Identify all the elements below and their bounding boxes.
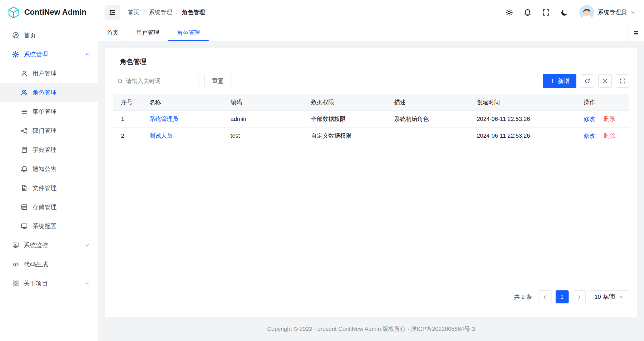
breadcrumb-current: 角色管理 [182,8,205,16]
tab-user-management[interactable]: 用户管理 [127,25,168,41]
sidebar-item-system-management[interactable]: 系统管理 [0,45,98,64]
page-title: 角色管理 [120,57,629,66]
page-1-button[interactable]: 1 [556,290,569,303]
app-logo[interactable]: ContiNew Admin [0,0,98,25]
table-row: 1 系统管理员 admin 全部数据权限 系统初始角色 2024-06-11 2… [113,110,629,127]
sidebar: ContiNew Admin 首页 系统管理 用户管理 角色管理 菜单管理 [0,0,98,341]
col-header-code: 编码 [222,94,303,110]
sidebar-item-home[interactable]: 首页 [0,26,98,45]
fullscreen-button[interactable] [542,9,550,16]
sidebar-item-user-management[interactable]: 用户管理 [0,64,98,83]
bell-icon [524,9,531,16]
tab-role-management[interactable]: 角色管理 [168,25,209,41]
dark-mode-button[interactable] [561,9,568,16]
roles-table: 序号 名称 编码 数据权限 描述 创建时间 操作 1 系统管理员 admin 全… [113,94,629,144]
app-title: ContiNew Admin [24,8,86,17]
breadcrumb-home[interactable]: 首页 [128,8,139,16]
fullscreen-icon [620,78,626,84]
page-size-value: 10 条/页 [595,293,616,301]
col-header-actions: 操作 [576,94,629,110]
cell-scope: 全部数据权限 [303,110,386,127]
edit-link[interactable]: 修改 [584,132,595,139]
reset-button[interactable]: 重置 [204,74,231,88]
table-header-row: 序号 名称 编码 数据权限 描述 创建时间 操作 [113,94,629,110]
refresh-icon [584,78,590,84]
search-icon [117,78,123,84]
prev-page-button[interactable] [539,290,552,303]
chevron-down-icon [630,10,635,15]
user-icon [21,70,28,77]
refresh-button[interactable] [581,74,594,88]
add-button-label: 新增 [558,77,569,85]
chevron-down-icon [85,281,90,286]
sidebar-item-label: 菜单管理 [32,108,90,116]
sidebar-item-role-management[interactable]: 角色管理 [0,83,98,102]
sidebar-item-label: 存储管理 [32,203,90,211]
code-icon [12,261,19,268]
monitor-icon [12,242,19,249]
delete-link[interactable]: 删除 [604,132,615,139]
notifications-button[interactable] [524,9,531,16]
tab-home[interactable]: 首页 [98,25,127,41]
cell-code: admin [222,110,303,127]
page-size-select[interactable]: 10 条/页 [590,290,629,303]
edit-link[interactable]: 修改 [584,116,595,122]
settings-button[interactable] [505,9,513,16]
sidebar-item-notice[interactable]: 通知公告 [0,159,98,178]
moon-icon [561,9,568,16]
table-fullscreen-button[interactable] [616,74,629,88]
cell-desc [386,127,469,144]
sidebar-item-label: 首页 [24,31,90,39]
sidebar-item-storage-management[interactable]: 存储管理 [0,198,98,217]
sidebar-item-label: 字典管理 [32,146,90,154]
sidebar-item-menu-management[interactable]: 菜单管理 [0,102,98,121]
menu-fold-button[interactable] [105,5,120,20]
sidebar-item-system-monitor[interactable]: 系统监控 [0,236,98,255]
cell-no: 2 [113,127,141,144]
delete-link[interactable]: 删除 [604,116,615,122]
table-settings-button[interactable] [598,74,612,88]
toolbar-right: 新增 [543,74,629,88]
cell-time: 2024-06-11 22:53:26 [469,127,576,144]
avatar [579,5,594,20]
main-content: 角色管理 重置 新增 [98,41,644,341]
toolbar: 重置 新增 [113,74,629,88]
sidebar-item-about[interactable]: 关于项目 [0,274,98,293]
menu-fold-icon [109,9,116,16]
tab-label: 角色管理 [177,29,200,37]
role-name-link[interactable]: 系统管理员 [149,116,178,122]
cell-desc: 系统初始角色 [386,110,469,127]
search-box [113,74,198,88]
user-name: 系统管理员 [598,8,627,16]
breadcrumb-system-management[interactable]: 系统管理 [149,8,172,16]
desktop-icon [21,223,28,230]
sidebar-item-dept-management[interactable]: 部门管理 [0,121,98,140]
table-row: 2 测试人员 test 自定义数据权限 2024-06-11 22:53:26 … [113,127,629,144]
sidebar-item-file-management[interactable]: 文件管理 [0,178,98,198]
col-header-no: 序号 [113,94,141,110]
col-header-scope: 数据权限 [303,94,386,110]
sidebar-item-label: 系统配置 [32,222,90,230]
sidebar-item-system-config[interactable]: 系统配置 [0,217,98,236]
next-page-button[interactable] [573,290,586,303]
sidebar-item-code-generation[interactable]: 代码生成 [0,255,98,274]
chevron-right-icon [576,294,582,300]
gear-icon [505,9,513,16]
grid-icon [633,30,639,35]
role-name-link[interactable]: 测试人员 [149,132,172,139]
user-group-icon [21,89,28,96]
sidebar-item-dict-management[interactable]: 字典管理 [0,140,98,159]
role-management-card: 角色管理 重置 新增 [105,48,637,317]
file-icon [21,185,28,191]
tab-bar: 首页 用户管理 角色管理 [98,25,644,41]
search-input[interactable] [126,78,194,84]
storage-icon [21,204,28,211]
add-button[interactable]: 新增 [543,74,576,88]
pagination: 共 2 条 1 10 条/页 [514,290,629,303]
tab-actions-button[interactable] [627,25,644,41]
cell-code: test [222,127,303,144]
sidebar-submenu-system: 用户管理 角色管理 菜单管理 部门管理 字典管理 通知公告 [0,64,98,236]
cell-time: 2024-06-11 22:53:26 [469,110,576,127]
header-actions: 系统管理员 [505,5,635,20]
user-menu[interactable]: 系统管理员 [579,5,635,20]
